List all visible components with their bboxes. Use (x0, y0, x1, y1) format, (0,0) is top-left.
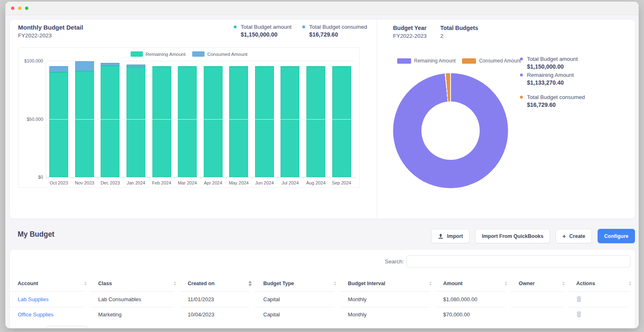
y-axis-label: $50,000 (27, 117, 43, 122)
sort-icon[interactable] (562, 281, 565, 286)
sort-down-arrow (174, 284, 176, 286)
cell-actions (568, 292, 635, 307)
close-window-button[interactable] (11, 7, 14, 10)
sort-down-arrow (334, 284, 336, 286)
column-header-class[interactable]: Class (90, 275, 180, 292)
bar-chart-plot: Oct 2023Nov 2023Dec 2023Jan 2024Feb 2024… (46, 61, 354, 177)
bar-dec-2023[interactable] (101, 63, 120, 177)
configure-button[interactable]: Configure (598, 229, 635, 243)
budget-year-value: FY2022-2023 (393, 33, 427, 39)
panel-divider (377, 20, 377, 219)
window-titlebar (5, 2, 639, 15)
monthly-summary-stats: Total Budget amount$1,150,000.00Total Bu… (234, 24, 367, 40)
legend-swatch (192, 51, 205, 57)
bar-segment-remaining (281, 66, 299, 177)
axis-tick (200, 177, 201, 179)
bar-segment-remaining (229, 66, 248, 177)
minimize-window-button[interactable] (18, 7, 21, 10)
x-axis-label: Jul 2024 (277, 180, 303, 185)
sort-icon[interactable] (629, 281, 631, 286)
column-header-amount[interactable]: Amount (435, 275, 511, 292)
sort-icon[interactable] (429, 281, 432, 286)
column-header-budget-interval[interactable]: Budget Interval (340, 275, 435, 292)
sort-up-arrow (629, 281, 631, 283)
sort-down-arrow (429, 284, 432, 286)
axis-tick (226, 177, 227, 179)
total-budgets-value: 2 (440, 33, 478, 39)
bar-aug-2024[interactable] (306, 66, 325, 177)
monthly-budget-title: Monthly Budget Detail (18, 24, 83, 31)
cell-owner (511, 307, 568, 322)
column-header-owner[interactable]: Owner (511, 275, 568, 292)
column-header-account[interactable]: Account (10, 275, 90, 292)
column-header-actions[interactable]: Actions (568, 275, 635, 292)
total-budgets-block: Total Budgets 2 (440, 25, 478, 39)
column-header-budget-type[interactable]: Budget Type (255, 275, 340, 292)
bar-segment-consumed (49, 66, 68, 72)
import-button[interactable]: Import (431, 229, 469, 243)
budget-donut-chart (393, 73, 508, 188)
total-budgets-label: Total Budgets (440, 25, 478, 31)
bar-may-2024[interactable] (229, 66, 248, 177)
x-axis-label: Mar 2024 (175, 180, 200, 185)
page-size-select[interactable] (46, 326, 87, 328)
legend-item-consumed-amount: Consumed Amount (462, 58, 521, 64)
stat-label-row: Remaining Amount (520, 72, 631, 78)
bar-mar-2024[interactable] (178, 66, 197, 177)
stat-label: Total Budget consumed (309, 24, 367, 30)
zoom-window-button[interactable] (25, 7, 28, 10)
x-axis-label: Feb 2024 (149, 180, 175, 185)
stat-value: $1,150,000.00 (527, 63, 631, 70)
sort-down-arrow (84, 284, 87, 286)
account-link[interactable]: Office Supplies (18, 311, 53, 318)
app-window: Monthly Budget Detail FY2022-2023 Total … (5, 2, 639, 328)
summary-stat: Total Budget consumed$16,729.60 (302, 24, 367, 38)
search-input[interactable] (406, 255, 630, 267)
bar-oct-2023[interactable] (49, 66, 68, 177)
bar-segment-consumed (75, 61, 94, 71)
budget-year-label: Budget Year (393, 25, 427, 31)
bar-jun-2024[interactable] (255, 66, 274, 177)
bar-jan-2024[interactable] (126, 65, 145, 177)
delete-button[interactable] (576, 311, 582, 317)
stat-label-row: Total Budget consumed (302, 24, 367, 30)
account-link[interactable]: Lab Supplies (18, 296, 48, 302)
axis-tick (149, 177, 150, 179)
axis-tick (252, 177, 252, 179)
cell-account: Lab Supplies (10, 292, 90, 307)
trash-icon (576, 296, 582, 302)
column-header-label: Created on (188, 281, 214, 286)
axis-tick (329, 177, 329, 179)
create-button-label: Create (569, 233, 585, 239)
bar-segment-remaining (204, 66, 223, 177)
x-axis-label: Jun 2024 (252, 180, 277, 185)
table-header-row: AccountClassCreated onBudget TypeBudget … (10, 275, 635, 292)
bar-apr-2024[interactable] (204, 66, 223, 177)
axis-tick (175, 177, 175, 179)
sort-icon[interactable] (248, 281, 252, 286)
x-axis-label: Sep 2024 (329, 180, 354, 185)
table-row: Office SuppliesMarketing10/04/2023Capita… (10, 307, 635, 322)
gridline (46, 61, 354, 61)
column-header-label: Budget Interval (348, 281, 385, 286)
x-axis-label: May 2024 (226, 180, 251, 185)
delete-button[interactable] (576, 296, 582, 302)
sort-icon[interactable] (505, 281, 507, 286)
cell-budget-interval: Monthly (340, 307, 435, 322)
bar-sep-2024[interactable] (332, 66, 351, 177)
sort-icon[interactable] (174, 281, 176, 286)
legend-label: Remaining Amount (414, 58, 455, 64)
bar-feb-2024[interactable] (152, 66, 171, 177)
sort-up-arrow (84, 281, 87, 283)
legend-swatch (462, 58, 476, 64)
sort-icon[interactable] (334, 281, 336, 286)
import-from-quickbooks-button[interactable]: Import From QuickBooks (475, 229, 550, 243)
bar-jul-2024[interactable] (281, 66, 299, 177)
sort-icon[interactable] (84, 281, 87, 286)
stat-label: Total Budget consumed (527, 94, 585, 100)
column-header-created-on[interactable]: Created on (180, 275, 255, 292)
cell-class: Lab Consumables (90, 292, 180, 307)
x-axis-label: Apr 2024 (200, 180, 226, 185)
create-button[interactable]: + Create (556, 229, 592, 243)
legend-swatch (397, 58, 411, 64)
